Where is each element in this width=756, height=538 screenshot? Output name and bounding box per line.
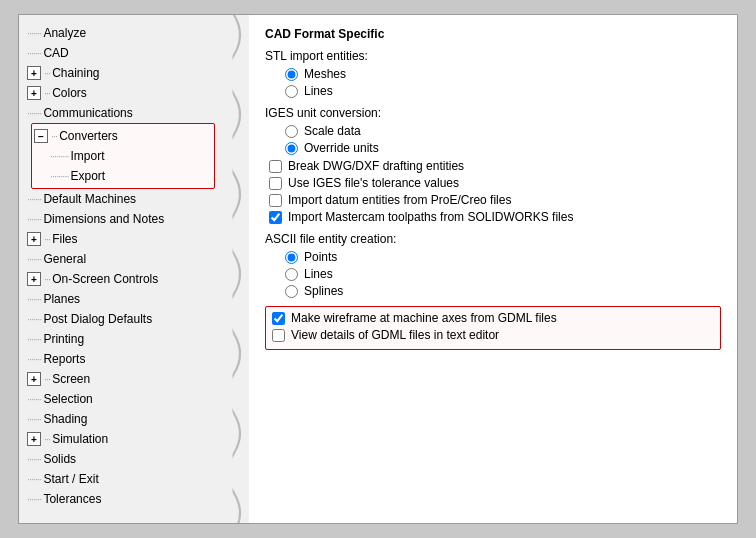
expander-icon[interactable]: + [27, 432, 41, 446]
stl-radio-group: Meshes Lines [285, 67, 721, 98]
expander-icon[interactable]: + [27, 232, 41, 246]
tree-item-simulation[interactable]: + ··· Simulation [27, 429, 219, 449]
expander-icon[interactable]: + [27, 272, 41, 286]
checkbox-use-iges[interactable]: Use IGES file's tolerance values [269, 176, 721, 190]
radio-splines-input[interactable] [285, 285, 298, 298]
wavy-separator [219, 15, 249, 523]
tree-item-printing[interactable]: ······· Printing [27, 329, 219, 349]
tree-dash: ······· [27, 471, 41, 488]
radio-lines-stl-input[interactable] [285, 85, 298, 98]
tree-item-export[interactable]: ········· Export [34, 166, 212, 186]
radio-points[interactable]: Points [285, 250, 721, 264]
tree-item-general[interactable]: ······· General [27, 249, 219, 269]
tree-dash: ······· [27, 451, 41, 468]
tree-dash: ··· [44, 65, 50, 82]
tree-label: Simulation [52, 430, 108, 448]
radio-lines-stl-label: Lines [304, 84, 333, 98]
tree-item-post-dialog[interactable]: ······· Post Dialog Defaults [27, 309, 219, 329]
tree-dash: ········· [50, 168, 69, 185]
expander-icon[interactable]: + [27, 86, 41, 100]
tree-dash: ··· [44, 371, 50, 388]
tree-dash: ······· [27, 251, 41, 268]
radio-meshes[interactable]: Meshes [285, 67, 721, 81]
tree-item-start-exit[interactable]: ······· Start / Exit [27, 469, 219, 489]
tree-item-colors[interactable]: + ··· Colors [27, 83, 219, 103]
tree-item-communications[interactable]: ······· Communications [27, 103, 219, 123]
radio-splines[interactable]: Splines [285, 284, 721, 298]
radio-scale-data-input[interactable] [285, 125, 298, 138]
tree-item-dimensions-notes[interactable]: ······· Dimensions and Notes [27, 209, 219, 229]
tree-item-on-screen-controls[interactable]: + ··· On-Screen Controls [27, 269, 219, 289]
tree-item-screen[interactable]: + ··· Screen [27, 369, 219, 389]
radio-points-label: Points [304, 250, 337, 264]
tree-dash: ······· [27, 491, 41, 508]
tree-item-shading[interactable]: ······· Shading [27, 409, 219, 429]
radio-meshes-label: Meshes [304, 67, 346, 81]
checkbox-use-iges-label: Use IGES file's tolerance values [288, 176, 459, 190]
radio-lines-ascii-input[interactable] [285, 268, 298, 281]
tree-label: Planes [43, 290, 80, 308]
checkbox-view-details-input[interactable] [272, 329, 285, 342]
tree-label: Chaining [52, 64, 99, 82]
tree-dash: ······· [27, 105, 41, 122]
main-container: ······· Analyze ······· CAD + ··· Chaini… [18, 14, 738, 524]
tree-item-import[interactable]: ········· Import [34, 146, 212, 166]
checkbox-break-dwg-label: Break DWG/DXF drafting entities [288, 159, 464, 173]
tree-item-default-machines[interactable]: ······· Default Machines [27, 189, 219, 209]
tree-item-files[interactable]: + ··· Files [27, 229, 219, 249]
checkbox-import-mastercam-label: Import Mastercam toolpaths from SOLIDWOR… [288, 210, 573, 224]
tree-item-solids[interactable]: ······· Solids [27, 449, 219, 469]
section-title: CAD Format Specific [265, 27, 721, 41]
tree-item-cad[interactable]: ······· CAD [27, 43, 219, 63]
checkbox-import-mastercam-input[interactable] [269, 211, 282, 224]
tree-dash: ······· [27, 291, 41, 308]
tree-item-planes[interactable]: ······· Planes [27, 289, 219, 309]
tree-dash: ········· [50, 148, 69, 165]
radio-lines-stl[interactable]: Lines [285, 84, 721, 98]
highlight-group: − ··· Converters ········· Import ······… [31, 123, 215, 189]
tree-label: Screen [52, 370, 90, 388]
checkbox-import-mastercam[interactable]: Import Mastercam toolpaths from SOLIDWOR… [269, 210, 721, 224]
radio-points-input[interactable] [285, 251, 298, 264]
checkbox-make-wireframe[interactable]: Make wireframe at machine axes from GDML… [272, 311, 714, 325]
tree-dash: ······· [27, 391, 41, 408]
tree-item-analyze[interactable]: ······· Analyze [27, 23, 219, 43]
tree-label: CAD [43, 44, 68, 62]
iges-unit-label: IGES unit conversion: [265, 106, 721, 120]
tree-item-reports[interactable]: ······· Reports [27, 349, 219, 369]
tree-label: Files [52, 230, 77, 248]
tree-item-converters[interactable]: − ··· Converters [34, 126, 212, 146]
ascii-file-label: ASCII file entity creation: [265, 232, 721, 246]
checkbox-import-datum-label: Import datum entities from ProE/Creo fil… [288, 193, 511, 207]
radio-override-units-input[interactable] [285, 142, 298, 155]
expander-icon[interactable]: + [27, 372, 41, 386]
expander-icon[interactable]: + [27, 66, 41, 80]
checkbox-view-details[interactable]: View details of GDML files in text edito… [272, 328, 714, 342]
tree-dash: ······· [27, 25, 41, 42]
checkbox-import-datum[interactable]: Import datum entities from ProE/Creo fil… [269, 193, 721, 207]
radio-meshes-input[interactable] [285, 68, 298, 81]
tree-dash: ··· [44, 85, 50, 102]
tree-label: Default Machines [43, 190, 136, 208]
left-panel: ······· Analyze ······· CAD + ··· Chaini… [19, 15, 219, 523]
tree-item-selection[interactable]: ······· Selection [27, 389, 219, 409]
checkbox-import-datum-input[interactable] [269, 194, 282, 207]
expander-minus-icon[interactable]: − [34, 129, 48, 143]
tree-item-chaining[interactable]: + ··· Chaining [27, 63, 219, 83]
checkbox-make-wireframe-input[interactable] [272, 312, 285, 325]
radio-override-units[interactable]: Override units [285, 141, 721, 155]
tree-dash: ······· [27, 351, 41, 368]
checkbox-use-iges-input[interactable] [269, 177, 282, 190]
tree-label: General [43, 250, 86, 268]
radio-lines-ascii[interactable]: Lines [285, 267, 721, 281]
tree-dash: ··· [44, 231, 50, 248]
radio-scale-data[interactable]: Scale data [285, 124, 721, 138]
tree-item-tolerances[interactable]: ······· Tolerances [27, 489, 219, 509]
tree-label: Post Dialog Defaults [43, 310, 152, 328]
radio-lines-ascii-label: Lines [304, 267, 333, 281]
checkbox-break-dwg-input[interactable] [269, 160, 282, 173]
tree-label: Start / Exit [43, 470, 98, 488]
checkbox-break-dwg[interactable]: Break DWG/DXF drafting entities [269, 159, 721, 173]
radio-override-units-label: Override units [304, 141, 379, 155]
checkbox-make-wireframe-label: Make wireframe at machine axes from GDML… [291, 311, 557, 325]
